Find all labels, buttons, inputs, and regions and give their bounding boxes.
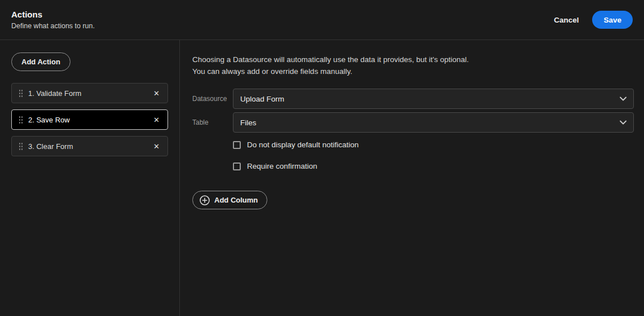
- table-label: Table: [192, 118, 233, 126]
- actions-sidebar: Add Action 1. Validate Form ✕ 2. Save Ro…: [0, 40, 180, 316]
- header-titles: Actions Define what actions to run.: [11, 10, 95, 30]
- action-list: 1. Validate Form ✕ 2. Save Row ✕ 3. Clea…: [11, 83, 168, 156]
- action-item[interactable]: 1. Validate Form ✕: [11, 83, 168, 103]
- checkbox-icon[interactable]: [233, 141, 241, 149]
- chevron-down-icon: [620, 120, 627, 125]
- confirmation-checkbox-label: Require confirmation: [247, 162, 317, 170]
- chevron-down-icon: [620, 96, 627, 101]
- notification-checkbox-row[interactable]: Do not display default notification: [233, 141, 634, 149]
- add-action-button[interactable]: Add Action: [11, 52, 70, 71]
- close-icon[interactable]: ✕: [152, 142, 161, 151]
- page-subtitle: Define what actions to run.: [11, 22, 95, 30]
- datasource-label: Datasource: [192, 95, 233, 103]
- table-select-value: Files: [240, 118, 257, 127]
- info-text-line2: You can always add or override fields ma…: [192, 65, 634, 77]
- content: Add Action 1. Validate Form ✕ 2. Save Ro…: [0, 40, 644, 316]
- drag-handle-icon[interactable]: [19, 89, 23, 98]
- header: Actions Define what actions to run. Canc…: [0, 0, 644, 40]
- close-icon[interactable]: ✕: [152, 115, 161, 125]
- drag-handle-icon[interactable]: [19, 142, 23, 151]
- drag-handle-icon[interactable]: [19, 116, 23, 124]
- add-column-button[interactable]: Add Column: [192, 191, 267, 209]
- notification-checkbox-label: Do not display default notification: [247, 141, 359, 149]
- add-column-label: Add Column: [214, 196, 258, 204]
- form-rows: Datasource Upload Form Table Files: [192, 89, 634, 133]
- table-select[interactable]: Files: [233, 112, 634, 133]
- action-item[interactable]: 3. Clear Form ✕: [11, 136, 168, 156]
- action-settings-panel: Choosing a Datasource will automatically…: [180, 40, 644, 316]
- save-button[interactable]: Save: [592, 11, 633, 29]
- plus-circle-icon: [200, 195, 210, 205]
- header-actions: Cancel Save: [554, 11, 633, 29]
- datasource-select-value: Upload Form: [240, 95, 284, 103]
- confirmation-checkbox-row[interactable]: Require confirmation: [233, 162, 634, 170]
- info-text-line1: Choosing a Datasource will automatically…: [192, 54, 634, 65]
- cancel-button[interactable]: Cancel: [554, 16, 579, 24]
- close-icon[interactable]: ✕: [152, 89, 161, 98]
- datasource-row: Datasource Upload Form: [192, 89, 634, 109]
- action-item-label: 3. Clear Form: [28, 142, 147, 151]
- action-item-label: 2. Save Row: [28, 116, 147, 124]
- action-item-label: 1. Validate Form: [28, 89, 147, 98]
- checkbox-icon[interactable]: [233, 163, 241, 170]
- datasource-select[interactable]: Upload Form: [233, 89, 634, 109]
- table-row: Table Files: [192, 112, 634, 133]
- page-title: Actions: [11, 10, 95, 19]
- action-item[interactable]: 2. Save Row ✕: [11, 109, 168, 130]
- checkbox-group: Do not display default notification Requ…: [233, 141, 634, 170]
